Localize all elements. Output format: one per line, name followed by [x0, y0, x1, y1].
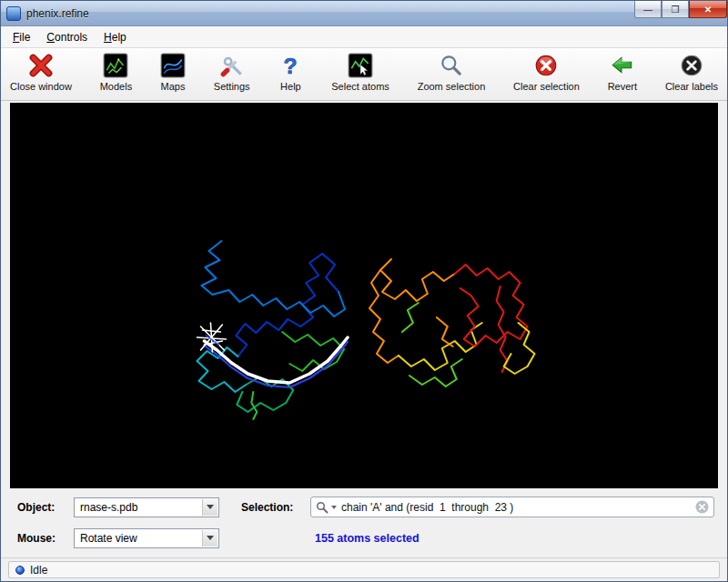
menu-controls[interactable]: Controls — [38, 28, 96, 46]
toolbar-label: Select atoms — [331, 81, 389, 92]
toolbar-button-clear-labels[interactable]: Clear labels — [662, 51, 722, 93]
clear-selection-icon — [533, 52, 559, 79]
toolbar-button-models[interactable]: Models — [96, 51, 136, 93]
toolbar-button-settings[interactable]: Settings — [210, 51, 254, 93]
molecule-viewport[interactable] — [10, 103, 718, 488]
window-title: phenix.refine — [26, 7, 89, 20]
select-atoms-icon — [348, 52, 373, 79]
toolbar-label: Help — [280, 81, 301, 92]
object-selection-row: Object: rnase-s.pdb Selection: — [17, 497, 714, 517]
toolbar-label: Maps — [161, 81, 186, 92]
toolbar-label: Clear selection — [513, 81, 580, 92]
mouse-mode-row: Mouse: Rotate view 155 atoms selected — [17, 527, 714, 548]
toolbar-button-maps[interactable]: Maps — [157, 51, 189, 93]
menu-file[interactable]: File — [5, 28, 38, 46]
toolbar-button-close-window[interactable]: Close window — [6, 51, 76, 93]
clear-search-icon[interactable] — [695, 500, 709, 514]
toolbar-button-zoom-selection[interactable]: Zoom selection — [414, 51, 490, 93]
toolbar-label: Revert — [608, 81, 637, 92]
status-panel: Idle — [8, 561, 720, 578]
title-bar: phenix.refine — ❐ ✕ — [1, 1, 727, 26]
viewport-frame — [1, 101, 727, 488]
object-dropdown-arrow[interactable] — [202, 499, 217, 516]
atoms-selected-text: 155 atoms selected — [315, 532, 420, 545]
window-icon — [6, 6, 21, 21]
clear-labels-icon — [679, 52, 704, 79]
mouse-mode-dropdown[interactable]: Rotate view — [74, 528, 219, 548]
settings-icon — [219, 52, 245, 79]
object-label: Object: — [17, 501, 74, 514]
minimize-button[interactable]: — — [634, 1, 662, 18]
chevron-down-icon — [207, 505, 214, 509]
toolbar-label: Clear labels — [665, 81, 718, 92]
toolbar: Close window Models Maps — [1, 48, 727, 101]
toolbar-label: Settings — [214, 81, 250, 92]
toolbar-label: Models — [100, 81, 132, 92]
app-window: phenix.refine — ❐ ✕ File Controls Help C… — [0, 0, 728, 582]
status-led-icon — [15, 566, 25, 575]
status-text: Idle — [30, 564, 47, 577]
toolbar-button-select-atoms[interactable]: Select atoms — [328, 51, 393, 93]
svg-text:?: ? — [284, 54, 298, 78]
status-bar: Idle — [1, 557, 727, 581]
menu-bar: File Controls Help — [1, 26, 727, 48]
menu-help[interactable]: Help — [96, 28, 135, 46]
revert-icon — [610, 52, 635, 79]
selection-search-field[interactable] — [310, 497, 714, 517]
selection-input[interactable] — [339, 501, 693, 514]
models-icon — [103, 52, 128, 79]
selection-label: Selection: — [241, 501, 310, 514]
object-dropdown-value: rnase-s.pdb — [80, 501, 137, 514]
toolbar-label: Close window — [10, 81, 72, 92]
search-options-caret-icon[interactable] — [331, 506, 337, 509]
maximize-button[interactable]: ❐ — [662, 1, 689, 18]
search-icon — [316, 501, 329, 514]
maps-icon — [160, 52, 186, 79]
molecule-render — [10, 103, 718, 488]
object-dropdown[interactable]: rnase-s.pdb — [74, 497, 219, 517]
mouse-label: Mouse: — [17, 532, 74, 545]
help-icon: ? — [278, 52, 303, 79]
toolbar-button-clear-selection[interactable]: Clear selection — [510, 51, 583, 93]
mouse-mode-value: Rotate view — [80, 532, 137, 545]
mouse-mode-arrow[interactable] — [202, 530, 217, 547]
toolbar-button-revert[interactable]: Revert — [604, 51, 641, 93]
chevron-down-icon — [207, 536, 214, 540]
control-panel: Object: rnase-s.pdb Selection: Mou — [1, 488, 727, 557]
toolbar-label: Zoom selection — [418, 81, 486, 92]
close-window-icon — [28, 52, 54, 79]
toolbar-button-help[interactable]: ? Help — [274, 51, 307, 93]
zoom-selection-icon — [439, 52, 464, 79]
close-button[interactable]: ✕ — [689, 1, 727, 18]
